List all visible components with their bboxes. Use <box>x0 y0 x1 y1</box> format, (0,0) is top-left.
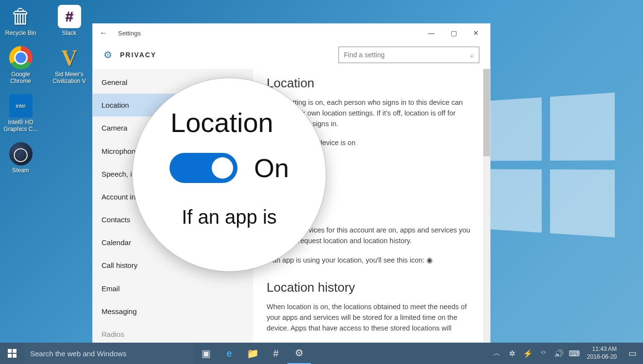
sidebar-item-label: Calendar <box>102 238 131 247</box>
sidebar-item-email[interactable]: Email <box>93 277 253 300</box>
tray-chevron-icon[interactable]: ︿ <box>489 348 505 359</box>
volume-icon[interactable]: 🔊 <box>551 349 567 358</box>
file-explorer-icon[interactable]: 📁 <box>241 343 264 364</box>
minimize-button[interactable]: — <box>420 24 442 42</box>
action-center-icon[interactable]: ▭ <box>622 348 643 359</box>
sidebar-item-label: Location <box>102 101 129 109</box>
input-indicator-icon[interactable]: ⌨ <box>567 349 582 358</box>
steam-icon: ◯ <box>9 142 33 165</box>
taskbar-search-input[interactable]: Search the web and Windows <box>24 343 194 364</box>
sidebar-item-label: General <box>102 78 127 86</box>
window-title: Settings <box>118 30 141 37</box>
sidebar-item-messaging[interactable]: Messaging <box>93 300 253 323</box>
chrome-icon <box>9 46 33 69</box>
detail-heading: Location <box>267 76 476 91</box>
detail-paragraph: When location is on, the locations obtai… <box>267 302 476 333</box>
scrollbar-thumb[interactable] <box>483 69 490 156</box>
maximize-button[interactable]: ▢ <box>442 24 465 42</box>
close-button[interactable]: ✕ <box>465 24 487 42</box>
edge-app-icon[interactable]: e <box>218 343 241 364</box>
windows-icon <box>8 349 17 358</box>
desktop-icon-label: Slack <box>62 30 76 36</box>
recycle-bin-icon: 🗑 <box>9 5 33 28</box>
toggle-state-label: On <box>254 153 289 183</box>
sidebar-item-label: Call history <box>102 261 137 269</box>
magnified-heading: Location <box>170 107 273 138</box>
taskbar-clock[interactable]: 11:43 AM 2016-06-20 <box>582 346 622 361</box>
steam-app[interactable]: ◯ Steam <box>2 142 39 174</box>
section-header: PRIVACY <box>120 51 156 59</box>
slack-icon: # <box>58 5 81 28</box>
back-button[interactable]: ← <box>96 29 111 37</box>
intel-graphics-app[interactable]: intel Intel® HD Graphics C... <box>2 94 39 132</box>
recycle-bin[interactable]: 🗑 Recycle Bin <box>2 5 39 36</box>
start-button[interactable] <box>0 343 24 364</box>
battery-icon[interactable]: ⚡ <box>520 349 536 358</box>
clock-date: 2016-06-20 <box>587 353 617 361</box>
task-view-button[interactable]: ▣ <box>194 343 218 364</box>
windows-logo-wallpaper <box>485 93 615 237</box>
desktop-icon-label: Intel® HD Graphics C... <box>2 119 39 132</box>
header-row: ⚙ PRIVACY Find a setting ⌕ <box>93 42 490 69</box>
slack-taskbar-icon[interactable]: # <box>264 343 288 364</box>
sidebar-item-label: Email <box>102 284 120 293</box>
desktop-icon-label: Sid Meier's Civilization V <box>51 71 87 84</box>
desktop-icon-label: Steam <box>12 167 29 174</box>
settings-search-input[interactable]: Find a setting ⌕ <box>338 47 479 63</box>
search-placeholder: Find a setting <box>344 51 470 59</box>
civilization-app[interactable]: V Sid Meier's Civilization V <box>51 46 87 84</box>
search-icon: ⌕ <box>470 51 474 59</box>
chrome-app[interactable]: Google Chrome <box>2 46 39 84</box>
sidebar-item-radios[interactable]: Radios <box>93 323 253 346</box>
wifi-icon[interactable]: ⌔ <box>536 349 551 358</box>
magnified-text-fragment: If an app is <box>182 206 277 228</box>
sidebar-item-label: Radios <box>102 330 124 338</box>
desktop-icon-label: Google Chrome <box>2 71 39 84</box>
location-icon-info: If an app is using your location, you'll… <box>267 255 476 266</box>
magnifier-zoom: Location On If an app is <box>132 78 326 272</box>
civilization-icon: V <box>58 46 81 69</box>
sidebar-item-label: Camera <box>102 124 127 132</box>
scrollbar[interactable] <box>483 69 490 346</box>
slack-app[interactable]: # Slack <box>51 5 87 36</box>
desktop-icons: 🗑 Recycle Bin # Slack Google Chrome V Si… <box>2 5 87 174</box>
sidebar-item-label: Contacts <box>102 215 130 224</box>
detail-heading: Location history <box>267 280 476 295</box>
tray-bluetooth-icon[interactable]: ✲ <box>505 349 520 358</box>
clock-time: 11:43 AM <box>587 346 617 353</box>
desktop-icon-label: Recycle Bin <box>5 30 36 36</box>
settings-taskbar-icon[interactable]: ⚙ <box>288 343 311 364</box>
intel-graphics-icon: intel <box>9 94 33 117</box>
gear-icon: ⚙ <box>103 49 112 61</box>
sidebar-item-label: Messaging <box>102 307 137 315</box>
location-toggle[interactable] <box>169 153 237 183</box>
titlebar: ← Settings — ▢ ✕ <box>93 24 490 42</box>
taskbar-search-placeholder: Search the web and Windows <box>30 349 126 358</box>
taskbar: Search the web and Windows ▣ e 📁 # ⚙ ︿ ✲… <box>0 343 643 364</box>
